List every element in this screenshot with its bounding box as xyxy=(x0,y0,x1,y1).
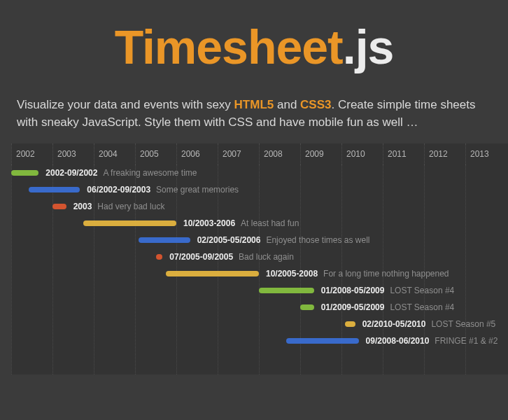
timesheet-label: Had very bad luck xyxy=(97,202,164,211)
scale-year: 2007 xyxy=(218,144,259,164)
timesheet-row: 2003Had very bad luck xyxy=(11,198,508,215)
timesheet-meta: 07/2005-09/2005Bad luck again xyxy=(169,248,293,265)
timesheet-rows: 2002-09/2002A freaking awesome time06/20… xyxy=(11,164,508,349)
timesheet-meta: 09/2008-06/2010FRINGE #1 & #2 xyxy=(366,332,498,349)
timesheet-row: 01/2008-05/2009LOST Season #4 xyxy=(11,282,508,299)
page-title: Timesheet.js xyxy=(0,20,508,74)
timesheet-bar xyxy=(29,187,80,192)
timesheet: 2002200320042005200620072008200920102011… xyxy=(11,144,508,374)
timesheet-date: 02/2005-05/2006 xyxy=(197,235,261,245)
timesheet-label: LOST Season #4 xyxy=(390,302,454,312)
timesheet-bar xyxy=(166,271,259,276)
intro-kw2: CSS3 xyxy=(300,98,331,111)
scale-year: 2013 xyxy=(465,144,507,164)
timesheet-meta: 06/2002-09/2003Some great memories xyxy=(87,181,239,198)
timesheet-bar xyxy=(156,254,163,260)
timesheet-label: At least had fun xyxy=(241,218,299,228)
timesheet-bar xyxy=(345,321,355,327)
timesheet-meta: 10/2003-2006At least had fun xyxy=(183,215,299,232)
timesheet-date: 10/2005-2008 xyxy=(266,269,318,279)
intro-kw1: HTML5 xyxy=(234,98,274,111)
timesheet-date: 10/2003-2006 xyxy=(183,218,235,228)
timesheet-bar xyxy=(286,338,358,344)
timesheet-row: 09/2008-06/2010FRINGE #1 & #2 xyxy=(11,332,508,349)
timesheet-row: 02/2010-05/2010LOST Season #5 xyxy=(11,316,508,332)
timesheet-date: 2003 xyxy=(73,202,92,211)
timesheet-label: LOST Season #5 xyxy=(431,319,495,329)
timesheet-row: 06/2002-09/2003Some great memories xyxy=(11,181,508,198)
timesheet-bar xyxy=(83,220,176,226)
timesheet-date: 2002-09/2002 xyxy=(45,168,97,178)
timesheet-bar xyxy=(11,170,38,176)
timesheet-label: FRINGE #1 & #2 xyxy=(435,336,498,346)
scale-year: 2003 xyxy=(52,144,94,164)
scale-year: 2008 xyxy=(259,144,300,164)
timesheet-meta: 01/2009-05/2009LOST Season #4 xyxy=(321,299,455,316)
timesheet-date: 02/2010-05/2010 xyxy=(362,319,426,329)
timesheet-row: 02/2005-05/2006Enjoyed those times as we… xyxy=(11,232,508,248)
timesheet-date: 07/2005-09/2005 xyxy=(169,252,233,262)
timesheet-label: A freaking awesome time xyxy=(103,168,197,178)
timesheet-label: Enjoyed those times as well xyxy=(266,235,369,245)
timesheet-label: Bad luck again xyxy=(239,252,294,262)
timesheet-date: 09/2008-06/2010 xyxy=(366,336,430,346)
timesheet-row: 10/2003-2006At least had fun xyxy=(11,215,508,232)
scale-year: 2004 xyxy=(94,144,135,164)
timesheet-bar xyxy=(300,304,314,310)
timesheet-date: 06/2002-09/2003 xyxy=(87,185,150,195)
timesheet-meta: 01/2008-05/2009LOST Season #4 xyxy=(321,282,455,299)
timesheet-bar xyxy=(259,288,314,293)
timesheet-label: For a long time nothing happened xyxy=(323,269,449,279)
scale-year: 2009 xyxy=(300,144,341,164)
timesheet-row: 01/2009-05/2009LOST Season #4 xyxy=(11,299,508,316)
scale-year: 2002 xyxy=(11,144,52,164)
scale-year: 2006 xyxy=(176,144,218,164)
timesheet-row: 07/2005-09/2005Bad luck again xyxy=(11,248,508,265)
scale-year: 2010 xyxy=(341,144,383,164)
hero: Timesheet.js xyxy=(0,0,508,97)
intro-mid: and xyxy=(274,98,300,111)
timesheet-meta: 02/2010-05/2010LOST Season #5 xyxy=(362,316,496,332)
timesheet-bar xyxy=(139,237,190,243)
timesheet-bar xyxy=(52,204,66,209)
timesheet-meta: 02/2005-05/2006Enjoyed those times as we… xyxy=(197,232,370,248)
timesheet-date: 01/2009-05/2009 xyxy=(321,302,385,312)
timesheet-label: Some great memories xyxy=(156,185,239,195)
scale-year: 2011 xyxy=(383,144,424,164)
title-main: Timesheet xyxy=(115,20,343,74)
timesheet-scale: 2002200320042005200620072008200920102011… xyxy=(11,144,508,164)
intro-pre: Visualize your data and events with sexy xyxy=(17,98,234,111)
timesheet-meta: 10/2005-2008For a long time nothing happ… xyxy=(266,265,449,282)
timesheet-row: 2002-09/2002A freaking awesome time xyxy=(11,164,508,181)
title-ext: .js xyxy=(343,20,394,74)
timesheet-label: LOST Season #4 xyxy=(390,286,454,295)
scale-year: 2012 xyxy=(424,144,465,164)
timesheet-meta: 2003Had very bad luck xyxy=(73,198,165,215)
scale-year: 2005 xyxy=(135,144,176,164)
timesheet-row: 10/2005-2008For a long time nothing happ… xyxy=(11,265,508,282)
timesheet-date: 01/2008-05/2009 xyxy=(321,286,385,295)
intro-paragraph: Visualize your data and events with sexy… xyxy=(0,97,508,144)
timesheet-meta: 2002-09/2002A freaking awesome time xyxy=(45,164,197,181)
